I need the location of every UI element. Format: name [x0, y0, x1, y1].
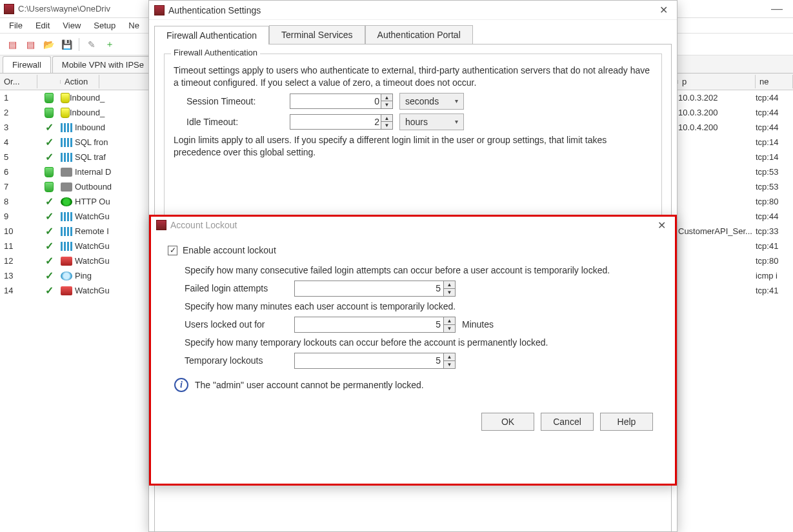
- timeout-desc: Timeout settings apply to users who auth…: [174, 64, 652, 89]
- tab-terminal-services[interactable]: Terminal Services: [269, 25, 365, 44]
- idle-timeout-unit[interactable]: hours ▾: [399, 113, 464, 130]
- minimize-button[interactable]: —: [765, 2, 789, 15]
- temp-lockouts-desc: Specify how many temporary lockouts can …: [185, 337, 658, 349]
- idle-unit-value: hours: [405, 117, 428, 127]
- spinner-icon[interactable]: ▲▼: [381, 94, 392, 108]
- shield-icon: [45, 108, 54, 118]
- session-timeout-label: Session Timeout:: [186, 96, 290, 106]
- shield-icon: [45, 93, 54, 103]
- toolbar-separator: [79, 38, 79, 51]
- idle-timeout-label: Idle Timeout:: [186, 117, 290, 127]
- temp-lockouts-value: 5: [436, 355, 441, 366]
- tb-open-icon[interactable]: 📂: [41, 37, 55, 52]
- session-timeout-input[interactable]: 0 ▲▼: [290, 94, 393, 109]
- locked-for-unit: Minutes: [462, 319, 494, 330]
- tb-filter-icon[interactable]: ✎: [85, 37, 99, 52]
- tab-firewall[interactable]: Firewall: [3, 56, 51, 73]
- policy-icon: [61, 197, 72, 206]
- policy-icon: [61, 182, 72, 192]
- spinner-icon[interactable]: ▲▼: [381, 115, 392, 129]
- session-timeout-unit[interactable]: seconds ▾: [399, 93, 464, 110]
- cancel-button[interactable]: Cancel: [541, 413, 594, 431]
- policy-icon: [61, 93, 70, 103]
- failed-attempts-desc: Specify how many consecutive failed logi…: [185, 264, 658, 277]
- menu-view[interactable]: View: [57, 19, 86, 32]
- app-icon: [4, 4, 14, 14]
- enable-lockout-label: Enable account lockout: [183, 245, 276, 255]
- policy-icon: [61, 271, 72, 281]
- idle-timeout-value: 2: [374, 117, 379, 127]
- menu-setup[interactable]: Setup: [88, 19, 121, 32]
- tab-mobile-vpn[interactable]: Mobile VPN with IPSe: [52, 56, 154, 73]
- failed-attempts-label: Failed login attempts: [185, 283, 294, 293]
- check-icon: ✓: [45, 270, 54, 282]
- auth-tabs: Firewall Authentication Terminal Service…: [154, 25, 672, 44]
- failed-attempts-value: 5: [436, 283, 441, 293]
- title-path: C:\Users\wayne\OneDriv: [18, 4, 110, 14]
- check-icon: ✓: [45, 121, 54, 133]
- col-status[interactable]: [37, 80, 61, 84]
- app-icon: [156, 220, 166, 230]
- locked-for-value: 5: [436, 319, 441, 330]
- info-icon: i: [174, 378, 188, 392]
- help-button[interactable]: Help: [600, 413, 653, 431]
- tb-save-icon[interactable]: ▤: [23, 37, 37, 52]
- check-icon: ✓: [45, 136, 54, 148]
- close-icon[interactable]: ✕: [656, 4, 672, 16]
- col-order[interactable]: Or...: [0, 75, 37, 88]
- checkbox-icon: ✓: [168, 246, 177, 255]
- auth-title: Authentication Settings: [168, 5, 261, 15]
- tb-add-icon[interactable]: ＋: [103, 37, 117, 52]
- col-ip[interactable]: p: [678, 75, 756, 88]
- session-timeout-value: 0: [374, 96, 379, 106]
- policy-icon: [61, 138, 72, 147]
- idle-timeout-input[interactable]: 2 ▲▼: [290, 114, 393, 130]
- policy-icon: [61, 242, 72, 251]
- lockout-title: Account Lockout: [170, 220, 237, 230]
- menu-network[interactable]: Ne: [123, 19, 145, 32]
- menu-edit[interactable]: Edit: [30, 19, 55, 32]
- lockout-titlebar: Account Lockout ✕: [151, 217, 675, 233]
- spinner-icon[interactable]: ▲▼: [443, 281, 455, 296]
- auth-titlebar: Authentication Settings ✕: [149, 1, 677, 20]
- check-icon: ✓: [45, 225, 54, 237]
- policy-icon: [61, 286, 72, 295]
- tab-auth-portal[interactable]: Authentication Portal: [365, 25, 473, 44]
- account-lockout-dialog: Account Lockout ✕ ✓ Enable account locko…: [149, 215, 677, 486]
- session-unit-value: seconds: [405, 96, 439, 106]
- policy-icon: [61, 168, 72, 177]
- app-icon: [154, 5, 165, 15]
- locked-for-input[interactable]: 5 ▲▼: [294, 317, 456, 333]
- shield-icon: [45, 182, 54, 192]
- policy-icon: [61, 123, 72, 132]
- policy-icon: [61, 153, 72, 162]
- check-icon: ✓: [45, 210, 54, 222]
- policy-icon: [61, 212, 72, 221]
- failed-attempts-input[interactable]: 5 ▲▼: [294, 281, 456, 297]
- temp-lockouts-label: Temporary lockouts: [185, 355, 294, 366]
- tab-firewall-auth[interactable]: Firewall Authentication: [154, 26, 269, 44]
- enable-lockout-checkbox[interactable]: ✓ Enable account lockout: [168, 245, 658, 255]
- tb-disk-icon[interactable]: 💾: [59, 37, 74, 52]
- spinner-icon[interactable]: ▲▼: [443, 317, 455, 332]
- login-limits-desc: Login limits apply to all users. If you …: [174, 134, 652, 159]
- check-icon: ✓: [45, 151, 54, 163]
- col-proto[interactable]: ne: [756, 75, 793, 88]
- check-icon: ✓: [45, 284, 54, 297]
- close-icon[interactable]: ✕: [654, 219, 670, 232]
- tb-new-icon[interactable]: ▤: [5, 37, 19, 52]
- policy-icon: [61, 227, 72, 236]
- check-icon: ✓: [45, 195, 54, 208]
- check-icon: ✓: [45, 240, 54, 252]
- temp-lockouts-input[interactable]: 5 ▲▼: [294, 353, 456, 369]
- locked-for-desc: Specify how many minutes each user accou…: [185, 300, 658, 313]
- spinner-icon[interactable]: ▲▼: [443, 353, 455, 368]
- admin-info-text: The "admin" user account cannot be perma…: [195, 380, 424, 390]
- check-icon: ✓: [45, 255, 54, 267]
- col-action[interactable]: Action: [61, 75, 99, 88]
- policy-icon: [61, 108, 70, 118]
- ok-button[interactable]: OK: [481, 413, 534, 431]
- chevron-down-icon: ▾: [455, 118, 458, 125]
- chevron-down-icon: ▾: [455, 97, 458, 104]
- menu-file[interactable]: File: [4, 19, 28, 32]
